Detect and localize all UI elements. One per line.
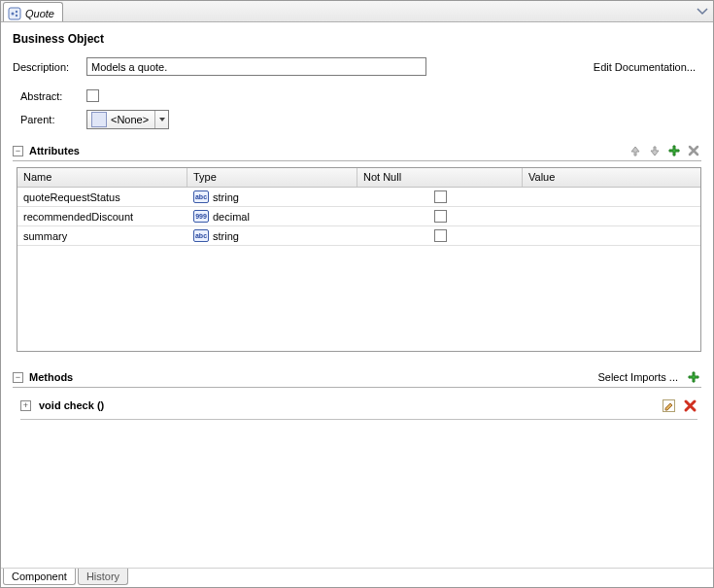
svg-rect-0 (9, 8, 20, 19)
column-header-notnull[interactable]: Not Null (357, 168, 523, 187)
collapse-toggle[interactable]: − (13, 372, 23, 383)
attr-name-cell: summary (17, 228, 187, 244)
svg-point-1 (12, 12, 15, 15)
notnull-checkbox[interactable] (434, 210, 447, 223)
attr-value-cell (523, 234, 700, 238)
method-actions (661, 398, 697, 413)
select-imports-link[interactable]: Select Imports ... (597, 371, 678, 383)
attr-name-cell: recommendedDiscount (17, 209, 187, 225)
tab-history[interactable]: History (78, 569, 128, 585)
attr-type-cell: abc string (187, 227, 357, 244)
methods-section-header: − Methods Select Imports ... (13, 369, 701, 388)
attributes-table: Name Type Not Null Value quoteRequestSta… (17, 167, 701, 352)
attr-type-label: string (213, 191, 239, 203)
business-object-icon (8, 7, 21, 20)
editor-tab-quote[interactable]: Quote (3, 2, 63, 21)
add-method-icon[interactable] (686, 369, 701, 385)
description-input[interactable] (86, 57, 426, 76)
move-up-icon[interactable] (628, 143, 643, 158)
description-row: Description: Edit Documentation... (13, 57, 701, 76)
attr-name-cell: quoteRequestStatus (17, 190, 187, 205)
abstract-label: Abstract: (20, 90, 79, 102)
parent-value: <None> (111, 114, 154, 125)
string-type-icon: abc (193, 190, 209, 203)
bottom-tab-bar: Component History (1, 568, 713, 587)
attributes-section-label: Attributes (29, 145, 80, 156)
tab-component[interactable]: Component (3, 569, 76, 585)
decimal-type-icon: 999 (193, 210, 209, 223)
expand-toggle[interactable]: + (20, 400, 31, 411)
attr-notnull-cell (357, 227, 523, 244)
editor-tab-bar: Quote (1, 1, 713, 22)
abstract-checkbox[interactable] (86, 89, 99, 102)
method-row: + void check () (20, 398, 697, 420)
methods-section-label: Methods (29, 371, 73, 383)
attr-value-cell (523, 215, 700, 219)
attr-type-cell: 999 decimal (187, 208, 357, 225)
add-attribute-icon[interactable] (666, 143, 682, 158)
attributes-section-header: − Attributes (13, 143, 701, 161)
abstract-row: Abstract: (13, 89, 701, 102)
attr-notnull-cell (357, 208, 523, 225)
attributes-table-header: Name Type Not Null Value (17, 168, 700, 188)
minimize-icon[interactable] (696, 4, 709, 17)
parent-row: Parent: <None> (13, 110, 701, 129)
table-row[interactable]: quoteRequestStatus abc string (17, 188, 700, 207)
notnull-checkbox[interactable] (434, 229, 447, 242)
attr-type-label: string (213, 230, 239, 242)
chevron-down-icon (154, 111, 168, 128)
delete-attribute-icon[interactable] (686, 143, 701, 158)
attr-notnull-cell (357, 189, 523, 205)
editor-content: Business Object Description: Edit Docume… (1, 22, 713, 420)
edit-documentation-link[interactable]: Edit Documentation... (594, 61, 701, 73)
attr-value-cell (523, 195, 700, 199)
column-header-type[interactable]: Type (187, 168, 357, 187)
svg-point-2 (16, 10, 17, 12)
parent-select[interactable]: <None> (86, 110, 169, 129)
table-row[interactable]: summary abc string (17, 226, 700, 246)
attr-type-cell: abc string (187, 189, 357, 205)
description-label: Description: (13, 61, 79, 73)
methods-actions: Select Imports ... (597, 369, 701, 385)
column-header-value[interactable]: Value (523, 168, 700, 187)
notnull-checkbox[interactable] (434, 190, 447, 203)
svg-point-3 (16, 14, 17, 16)
string-type-icon: abc (193, 229, 209, 242)
attributes-actions (628, 143, 701, 158)
parent-label: Parent: (20, 114, 79, 125)
move-down-icon[interactable] (647, 143, 663, 158)
table-row[interactable]: recommendedDiscount 999 decimal (17, 207, 700, 226)
object-icon (91, 112, 107, 127)
page-title: Business Object (13, 32, 701, 46)
collapse-toggle[interactable]: − (13, 146, 23, 156)
methods-body: + void check () (13, 388, 701, 420)
column-header-name[interactable]: Name (17, 168, 187, 187)
attr-type-label: decimal (213, 211, 250, 223)
edit-method-icon[interactable] (661, 398, 676, 413)
delete-method-icon[interactable] (682, 398, 697, 413)
method-signature[interactable]: void check () (39, 399, 104, 411)
editor-tab-label: Quote (25, 8, 54, 19)
